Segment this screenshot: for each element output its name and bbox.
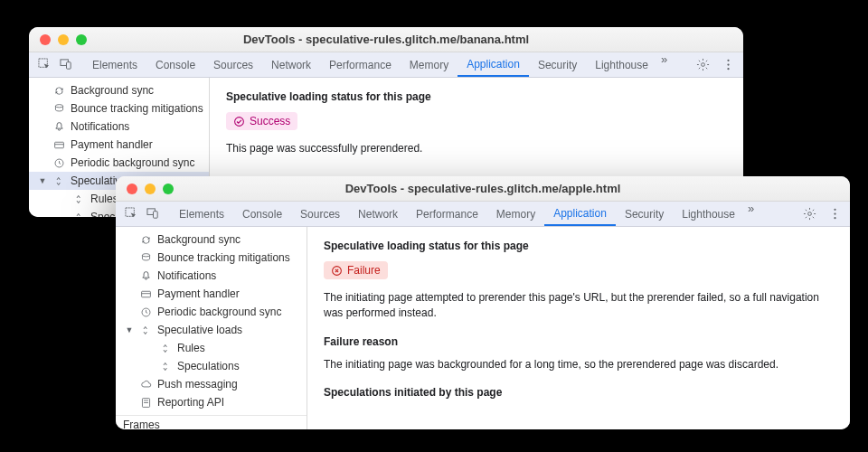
clock-icon <box>52 156 65 169</box>
tab-elements[interactable]: Elements <box>83 52 146 77</box>
sidebar-item-periodic-sync[interactable]: Periodic background sync <box>116 303 307 321</box>
disclosure-triangle-icon[interactable]: ▼ <box>125 325 134 334</box>
tab-security[interactable]: Security <box>529 52 586 77</box>
clock-icon <box>139 306 152 318</box>
kebab-menu-icon[interactable] <box>718 55 738 75</box>
panel-tabs: Elements Console Sources Network Perform… <box>83 52 691 77</box>
tabbar: Elements Console Sources Network Perform… <box>116 202 850 227</box>
tab-sources[interactable]: Sources <box>204 52 262 77</box>
tab-performance[interactable]: Performance <box>320 52 401 77</box>
sync-icon <box>52 84 65 97</box>
sidebar-item-speculations[interactable]: Speculations <box>116 357 307 375</box>
sidebar-item-label: Speculations <box>177 360 240 372</box>
tab-application[interactable]: Application <box>544 202 616 226</box>
sidebar-item-label: Notifications <box>157 269 216 282</box>
traffic-lights <box>127 184 174 194</box>
more-tabs-icon[interactable]: » <box>657 52 671 77</box>
storage-icon <box>52 102 65 115</box>
sidebar-item-label: Rules <box>90 193 118 205</box>
minimize-window-button[interactable] <box>58 34 69 45</box>
updown-icon <box>139 324 152 336</box>
sidebar-item-notifications[interactable]: Notifications <box>116 267 307 285</box>
tab-lighthouse[interactable]: Lighthouse <box>586 52 657 77</box>
device-toggle-icon[interactable] <box>143 204 163 224</box>
sidebar-item-background-sync[interactable]: Background sync <box>116 231 307 249</box>
zoom-window-button[interactable] <box>76 34 87 45</box>
sidebar-item-payment-handler[interactable]: Payment handler <box>116 285 307 303</box>
traffic-lights <box>40 34 87 45</box>
sidebar-item-label: Rules <box>177 342 205 354</box>
zoom-window-button[interactable] <box>163 184 174 194</box>
more-tabs-icon[interactable]: » <box>744 202 758 226</box>
sidebar-item-payment-handler[interactable]: Payment handler <box>29 136 209 154</box>
close-window-button[interactable] <box>127 184 137 194</box>
status-description: This page was successfully prerendered. <box>226 141 727 156</box>
device-toggle-icon[interactable] <box>56 55 76 75</box>
minimize-window-button[interactable] <box>145 184 156 194</box>
tab-lighthouse[interactable]: Lighthouse <box>673 202 744 226</box>
application-sidebar: Background sync Bounce tracking mitigati… <box>116 227 307 429</box>
devtools-window-apple: DevTools - speculative-rules.glitch.me/a… <box>116 176 850 429</box>
status-badge: Success <box>226 112 297 130</box>
sync-icon <box>139 233 152 246</box>
inspect-icon[interactable] <box>34 55 54 75</box>
status-badge: Failure <box>324 261 388 279</box>
sidebar-item-notifications[interactable]: Notifications <box>29 118 209 136</box>
failure-reason-heading: Failure reason <box>324 335 834 348</box>
inspect-icon[interactable] <box>121 204 141 224</box>
sidebar-item-background-sync[interactable]: Background sync <box>29 81 209 99</box>
tab-network[interactable]: Network <box>262 52 320 77</box>
sidebar-item-reporting-api[interactable]: Reporting API <box>116 393 307 411</box>
tab-performance[interactable]: Performance <box>407 202 487 226</box>
tab-console[interactable]: Console <box>233 202 291 226</box>
updown-icon <box>72 193 85 205</box>
tab-elements[interactable]: Elements <box>170 202 233 226</box>
report-icon <box>139 396 152 409</box>
sidebar-item-bounce-tracking[interactable]: Bounce tracking mitigations <box>116 249 307 267</box>
sidebar-item-push-messaging[interactable]: Push messaging <box>116 375 307 393</box>
tab-network[interactable]: Network <box>349 202 407 226</box>
close-window-button[interactable] <box>40 34 51 45</box>
tab-security[interactable]: Security <box>616 202 673 226</box>
sidebar-item-label: Speculative loads <box>157 324 242 336</box>
sidebar-item-label: Payment handler <box>157 287 240 300</box>
sidebar-item-rules[interactable]: Rules <box>116 339 307 357</box>
kebab-menu-icon[interactable] <box>825 204 844 224</box>
window-title: DevTools - speculative-rules.glitch.me/b… <box>29 33 743 46</box>
cloud-icon <box>139 378 152 391</box>
tab-memory[interactable]: Memory <box>401 52 458 77</box>
sidebar-item-label: Background sync <box>157 233 241 246</box>
sidebar-item-label: Notifications <box>71 120 129 133</box>
main-panel: Speculative loading status for this page… <box>307 227 850 429</box>
settings-icon[interactable] <box>693 55 712 75</box>
sidebar-item-label: Periodic background sync <box>71 156 194 169</box>
storage-icon <box>139 251 152 264</box>
updown-icon <box>72 211 85 217</box>
status-text: Failure <box>347 264 381 277</box>
disclosure-triangle-icon[interactable]: ▼ <box>38 176 47 185</box>
card-icon <box>52 138 65 151</box>
updown-icon <box>159 360 172 372</box>
updown-icon <box>159 342 172 354</box>
status-heading: Speculative loading status for this page <box>226 90 727 103</box>
panel-tabs: Elements Console Sources Network Perform… <box>170 202 797 226</box>
window-title: DevTools - speculative-rules.glitch.me/a… <box>116 182 850 195</box>
tab-sources[interactable]: Sources <box>291 202 349 226</box>
sidebar-section-frames[interactable]: Frames <box>116 415 307 429</box>
sidebar-item-periodic-sync[interactable]: Periodic background sync <box>29 154 209 172</box>
sidebar-item-speculative-loads[interactable]: ▼Speculative loads <box>116 321 307 339</box>
card-icon <box>139 287 152 300</box>
speculations-heading: Speculations initiated by this page <box>324 386 834 399</box>
tab-application[interactable]: Application <box>458 52 529 77</box>
sidebar-item-bounce-tracking[interactable]: Bounce tracking mitigations <box>29 99 209 118</box>
tab-console[interactable]: Console <box>146 52 204 77</box>
sidebar-item-label: Bounce tracking mitigations <box>157 251 290 264</box>
sidebar-item-label: Bounce tracking mitigations <box>71 102 203 115</box>
sidebar-item-label: Background sync <box>71 84 154 97</box>
status-heading: Speculative loading status for this page <box>324 240 834 252</box>
status-text: Success <box>250 115 290 127</box>
settings-icon[interactable] <box>799 204 819 224</box>
tab-memory[interactable]: Memory <box>487 202 544 226</box>
status-description: The initiating page attempted to prerend… <box>324 290 834 321</box>
sidebar-item-label: Reporting API <box>157 396 224 409</box>
